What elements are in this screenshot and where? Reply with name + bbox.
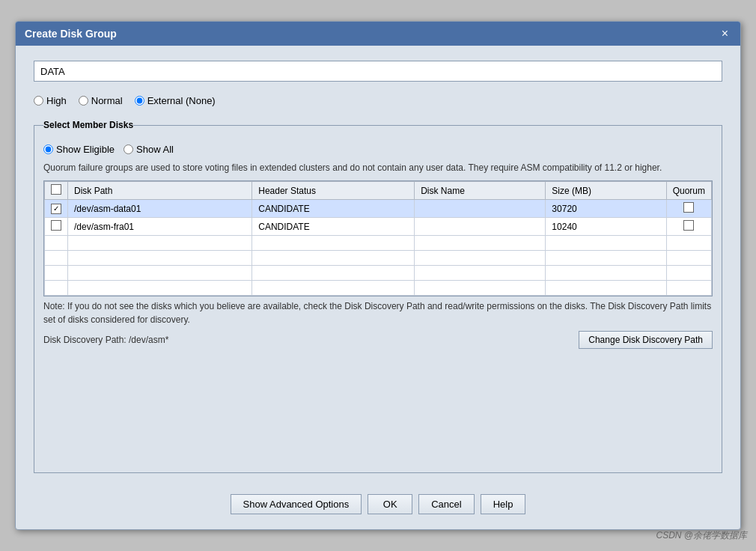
bottom-note: Note: If you do not see the disks which …: [43, 299, 713, 326]
redundancy-high-label[interactable]: High: [34, 95, 67, 106]
row2-size: 10240: [546, 218, 666, 236]
create-disk-group-dialog: Create Disk Group × High Normal External…: [15, 21, 741, 530]
row1-check-cell[interactable]: ✓: [45, 200, 68, 218]
row2-header-status: CANDIDATE: [252, 218, 415, 236]
row1-quorum-checkbox[interactable]: [683, 202, 694, 213]
dialog-title: Create Disk Group: [25, 28, 117, 40]
table-empty-row: [45, 251, 712, 266]
redundancy-external-label[interactable]: External (None): [135, 95, 216, 106]
close-button[interactable]: ×: [719, 28, 731, 40]
col-header-header-status: Header Status: [252, 182, 415, 200]
discovery-path-row: Disk Discovery Path: /dev/asm* Change Di…: [43, 331, 713, 349]
disks-table: Disk Path Header Status Disk Name Size (…: [44, 181, 712, 296]
redundancy-normal-text: Normal: [91, 95, 123, 106]
show-eligible-label[interactable]: Show Eligible: [43, 144, 115, 155]
cancel-button[interactable]: Cancel: [418, 494, 474, 514]
row1-disk-name: [415, 200, 546, 218]
col-header-check: [45, 182, 68, 200]
disk-group-name-field: [34, 61, 722, 82]
ok-button[interactable]: OK: [368, 494, 412, 514]
header-checkbox[interactable]: [51, 184, 61, 195]
col-header-disk-path: Disk Path: [68, 182, 252, 200]
redundancy-normal-label[interactable]: Normal: [79, 95, 123, 106]
redundancy-external-text: External (None): [147, 95, 216, 106]
table-row: ✓ /dev/asm-data01 CANDIDATE 30720: [45, 200, 712, 218]
row2-disk-name: [415, 218, 546, 236]
dialog-footer: Show Advanced Options OK Cancel Help: [16, 485, 740, 529]
table-header-row: Disk Path Header Status Disk Name Size (…: [45, 182, 712, 200]
dialog-titlebar: Create Disk Group ×: [16, 22, 740, 46]
col-header-size: Size (MB): [546, 182, 666, 200]
change-disk-discovery-path-button[interactable]: Change Disk Discovery Path: [579, 331, 713, 349]
table-empty-row: [45, 266, 712, 281]
redundancy-row: High Normal External (None): [34, 92, 722, 109]
col-header-disk-name: Disk Name: [415, 182, 546, 200]
row1-checkbox[interactable]: ✓: [51, 204, 61, 214]
show-all-text: Show All: [136, 144, 174, 155]
row2-quorum-checkbox[interactable]: [683, 220, 694, 231]
show-all-label[interactable]: Show All: [124, 144, 174, 155]
show-eligible-radio[interactable]: [43, 144, 53, 154]
watermark: CSDN @余佬学数据库: [656, 529, 747, 542]
dialog-body: High Normal External (None) Select Membe…: [16, 46, 740, 485]
show-filter-row: Show Eligible Show All: [43, 144, 713, 155]
redundancy-high-radio[interactable]: [34, 96, 43, 106]
col-header-quorum: Quorum: [666, 182, 711, 200]
row2-check-cell[interactable]: [45, 218, 68, 236]
table-row: /dev/asm-fra01 CANDIDATE 10240: [45, 218, 712, 236]
row1-header-status: CANDIDATE: [252, 200, 415, 218]
row1-disk-path: /dev/asm-data01: [68, 200, 252, 218]
discovery-path-label: Disk Discovery Path: /dev/asm*: [43, 335, 168, 345]
member-disks-title: Select Member Disks: [43, 120, 133, 130]
help-button[interactable]: Help: [481, 494, 526, 514]
row2-disk-path: /dev/asm-fra01: [68, 218, 252, 236]
redundancy-external-radio[interactable]: [135, 96, 144, 106]
table-empty-row: [45, 236, 712, 251]
disks-table-wrapper: Disk Path Header Status Disk Name Size (…: [43, 180, 713, 296]
row2-quorum[interactable]: [666, 218, 711, 236]
show-advanced-options-button[interactable]: Show Advanced Options: [231, 494, 362, 514]
row2-checkbox[interactable]: [51, 220, 61, 231]
quorum-note: Quorum failure groups are used to store …: [43, 161, 713, 174]
table-empty-row: [45, 281, 712, 296]
redundancy-normal-radio[interactable]: [79, 96, 88, 106]
disk-group-name-input[interactable]: [34, 61, 722, 82]
member-disks-section: Select Member Disks Show Eligible Show A…: [34, 120, 722, 473]
redundancy-high-text: High: [46, 95, 67, 106]
show-all-radio[interactable]: [124, 144, 133, 154]
row1-size: 30720: [546, 200, 666, 218]
show-eligible-text: Show Eligible: [56, 144, 115, 155]
row1-quorum[interactable]: [666, 200, 711, 218]
